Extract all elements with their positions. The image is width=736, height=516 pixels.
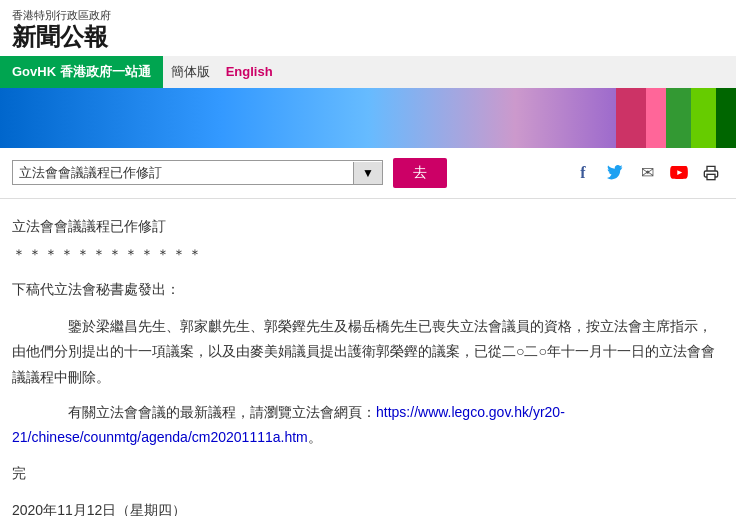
dropdown-arrow-icon[interactable]: ▼ [353, 162, 382, 184]
banner-block-4 [691, 88, 716, 148]
content-area: 立法會會議議程已作修訂 ＊＊＊＊＊＊＊＊＊＊＊＊ 下稿代立法會秘書處發出： 鑒於… [0, 199, 736, 516]
simplified-link[interactable]: 簡体版 [171, 63, 210, 81]
youtube-icon[interactable] [666, 160, 692, 186]
header-title: 新聞公報 [12, 23, 724, 52]
banner-block-5 [716, 88, 736, 148]
banner-overlay [616, 88, 736, 148]
print-icon[interactable] [698, 160, 724, 186]
nav-links: 簡体版 English [163, 56, 736, 88]
govhk-link[interactable]: GovHK 香港政府一站通 [0, 56, 163, 88]
content-title: 立法會會議議程已作修訂 [12, 215, 724, 239]
twitter-icon[interactable] [602, 160, 628, 186]
content-body-2-prefix: 有關立法會會議的最新議程，請瀏覽立法會網頁： [40, 404, 376, 420]
header-subtitle: 香港特別行政區政府 [12, 8, 724, 23]
go-button[interactable]: 去 [393, 158, 447, 188]
banner-block-1 [616, 88, 646, 148]
svg-rect-0 [707, 174, 715, 179]
english-link[interactable]: English [226, 64, 273, 79]
category-dropdown[interactable]: 立法會會議議程已作修訂 [13, 161, 353, 184]
content-date: 2020年11月12日（星期四） 香港時間9時50分 [12, 498, 724, 516]
facebook-icon[interactable]: f [570, 160, 596, 186]
page-header: 香港特別行政區政府 新聞公報 [0, 0, 736, 56]
email-icon[interactable]: ✉ [634, 160, 660, 186]
content-body-1: 鑒於梁繼昌先生、郭家麒先生、郭榮鏗先生及楊岳橋先生已喪失立法會議員的資格，按立法… [12, 314, 724, 390]
banner-block-3 [666, 88, 691, 148]
banner-image [0, 88, 736, 148]
banner-block-2 [646, 88, 666, 148]
content-end: 完 [12, 462, 724, 486]
content-stars: ＊＊＊＊＊＊＊＊＊＊＊＊ [12, 243, 724, 267]
dropdown-wrapper[interactable]: 立法會會議議程已作修訂 ▼ [12, 160, 383, 185]
govhk-label: GovHK 香港政府一站通 [12, 63, 151, 81]
content-body-2-suffix: 。 [308, 429, 322, 445]
toolbar: 立法會會議議程已作修訂 ▼ 去 f ✉ [0, 148, 736, 199]
content-body-2: 有關立法會會議的最新議程，請瀏覽立法會網頁：https://www.legco.… [12, 400, 724, 450]
content-date-line1: 2020年11月12日（星期四） [12, 498, 724, 516]
nav-bar: GovHK 香港政府一站通 簡体版 English [0, 56, 736, 88]
content-issued: 下稿代立法會秘書處發出： [12, 278, 724, 302]
social-icons: f ✉ [570, 160, 724, 186]
